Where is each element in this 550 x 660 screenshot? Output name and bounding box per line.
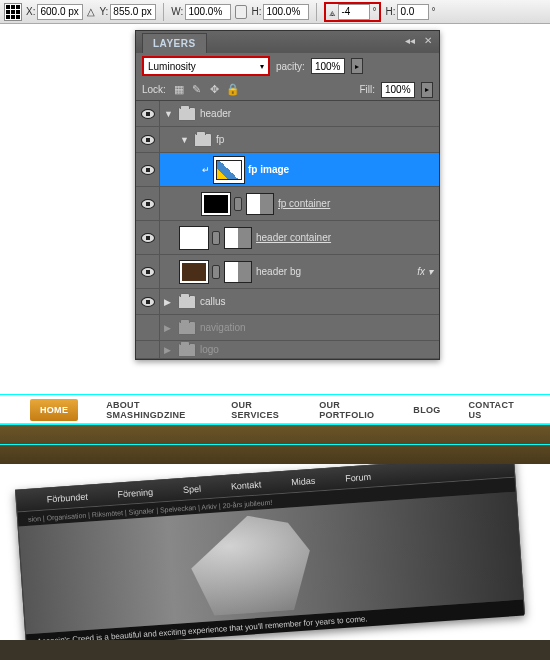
lock-transparency-icon[interactable]: ▦ xyxy=(172,83,186,97)
h2-unit: ° xyxy=(431,6,435,17)
layer-name: fp container xyxy=(278,198,330,209)
visibility-toggle-icon[interactable] xyxy=(141,267,155,277)
x-field: X: xyxy=(26,4,83,20)
disclosure-right-icon[interactable]: ▶ xyxy=(164,323,174,333)
fx-indicator[interactable]: fx ▾ xyxy=(417,266,433,277)
nav-home[interactable]: HOME xyxy=(30,399,78,421)
link-icon[interactable] xyxy=(234,197,242,211)
layer-group-callus[interactable]: ▶callus xyxy=(136,289,439,315)
layer-name: header container xyxy=(256,232,331,243)
y-field: Y: xyxy=(99,4,156,20)
disclosure-down-icon[interactable]: ▼ xyxy=(180,135,190,145)
blend-mode-select[interactable]: Luminosity ▾ xyxy=(142,56,270,76)
canvas-preview: HOME ABOUT SMASHINGDZINE OUR SERVICES OU… xyxy=(0,388,550,660)
fp-nav-item: Midas xyxy=(291,475,316,487)
link-icon[interactable] xyxy=(212,231,220,245)
w-field: W: xyxy=(171,4,231,20)
mask-thumbnail[interactable] xyxy=(224,227,252,249)
layer-group-navigation[interactable]: ▶navigation xyxy=(136,315,439,341)
smart-object-icon: ↵ xyxy=(202,165,210,175)
layer-name: header bg xyxy=(256,266,301,277)
lock-all-icon[interactable]: 🔒 xyxy=(226,83,240,97)
guide-line xyxy=(0,444,550,445)
x-input[interactable] xyxy=(37,4,83,20)
h2-label: H: xyxy=(385,6,395,17)
layers-tab[interactable]: LAYERS xyxy=(142,33,207,53)
mask-thumbnail[interactable] xyxy=(246,193,274,215)
layer-group-fp[interactable]: ▼fp xyxy=(136,127,439,153)
h-field: H: xyxy=(251,4,309,20)
skew-h-field: H: ° xyxy=(385,4,435,20)
folder-icon xyxy=(178,295,196,309)
layer-list: ▼header ▼fp ↵fp image fp container heade… xyxy=(136,101,439,359)
rotate-unit: ° xyxy=(372,6,376,17)
layer-thumbnail[interactable] xyxy=(180,261,208,283)
layer-fp-image[interactable]: ↵fp image xyxy=(136,153,439,187)
nav-services[interactable]: OUR SERVICES xyxy=(231,400,291,420)
nav-about[interactable]: ABOUT SMASHINGDZINE xyxy=(106,400,203,420)
divider xyxy=(316,3,317,21)
rotate-group-highlight: ⟁ ° xyxy=(324,2,381,22)
delta-icon[interactable]: △ xyxy=(87,6,95,17)
layer-thumbnail[interactable] xyxy=(180,227,208,249)
fp-nav-item: Förbundet xyxy=(46,491,88,504)
link-icon[interactable] xyxy=(212,265,220,279)
visibility-toggle-icon[interactable] xyxy=(141,199,155,209)
layer-header-bg[interactable]: header bgfx ▾ xyxy=(136,255,439,289)
folder-icon xyxy=(194,133,212,147)
folder-icon xyxy=(178,343,196,357)
guide-line xyxy=(0,394,550,395)
fp-rotated-image[interactable]: Förbundet Förening Spel Kontakt Midas Fo… xyxy=(15,464,525,649)
rotate-input[interactable] xyxy=(338,4,370,20)
angle-icon: ⟁ xyxy=(329,6,336,18)
opacity-flyout-icon[interactable]: ▸ xyxy=(351,58,363,74)
layer-fp-container[interactable]: fp container xyxy=(136,187,439,221)
layer-header-container[interactable]: header container xyxy=(136,221,439,255)
opacity-label: pacity: xyxy=(276,61,305,72)
nav-portfolio[interactable]: OUR PORTFOLIO xyxy=(319,400,385,420)
fp-image-area: Förbundet Förening Spel Kontakt Midas Fo… xyxy=(0,464,550,654)
panel-header: LAYERS ◂◂ ✕ xyxy=(136,31,439,53)
layer-name: callus xyxy=(200,296,226,307)
layer-thumbnail[interactable] xyxy=(214,157,244,183)
visibility-toggle-icon[interactable] xyxy=(141,233,155,243)
x-label: X: xyxy=(26,6,35,17)
folder-icon xyxy=(178,107,196,121)
reference-point-grid[interactable] xyxy=(4,3,22,21)
h2-input[interactable] xyxy=(397,4,429,20)
visibility-toggle-icon[interactable] xyxy=(141,135,155,145)
lock-label: Lock: xyxy=(142,84,166,95)
nav-contact[interactable]: CONTACT US xyxy=(469,400,520,420)
opacity-input[interactable]: 100% xyxy=(311,58,345,74)
mask-thumbnail[interactable] xyxy=(224,261,252,283)
h-label: H: xyxy=(251,6,261,17)
layer-group-logo[interactable]: ▶logo xyxy=(136,341,439,359)
fill-input[interactable]: 100% xyxy=(381,82,415,98)
layer-name: fp image xyxy=(248,164,289,175)
layer-name: fp xyxy=(216,134,224,145)
disclosure-down-icon[interactable]: ▼ xyxy=(164,109,174,119)
visibility-toggle-icon[interactable] xyxy=(141,165,155,175)
close-panel-icon[interactable]: ✕ xyxy=(421,34,435,48)
collapse-icon[interactable]: ◂◂ xyxy=(403,34,417,48)
disclosure-right-icon[interactable]: ▶ xyxy=(164,297,174,307)
layer-thumbnail[interactable] xyxy=(202,193,230,215)
fill-flyout-icon[interactable]: ▸ xyxy=(421,82,433,98)
link-wh-icon[interactable] xyxy=(235,5,247,19)
visibility-toggle-icon[interactable] xyxy=(141,109,155,119)
y-input[interactable] xyxy=(110,4,156,20)
blend-opacity-row: Luminosity ▾ pacity: 100% ▸ xyxy=(136,53,439,79)
visibility-toggle-icon[interactable] xyxy=(141,297,155,307)
fp-nav-item: Forum xyxy=(345,471,372,483)
w-input[interactable] xyxy=(185,4,231,20)
nav-blog[interactable]: BLOG xyxy=(413,405,440,415)
layer-group-header[interactable]: ▼header xyxy=(136,101,439,127)
lock-icons: ▦ ✎ ✥ 🔒 xyxy=(172,83,240,97)
canvas-footer xyxy=(0,640,550,660)
lock-paint-icon[interactable]: ✎ xyxy=(190,83,204,97)
lock-fill-row: Lock: ▦ ✎ ✥ 🔒 Fill: 100% ▸ xyxy=(136,79,439,101)
guide-line xyxy=(0,424,550,425)
disclosure-right-icon[interactable]: ▶ xyxy=(164,345,174,355)
lock-position-icon[interactable]: ✥ xyxy=(208,83,222,97)
h-input[interactable] xyxy=(263,4,309,20)
